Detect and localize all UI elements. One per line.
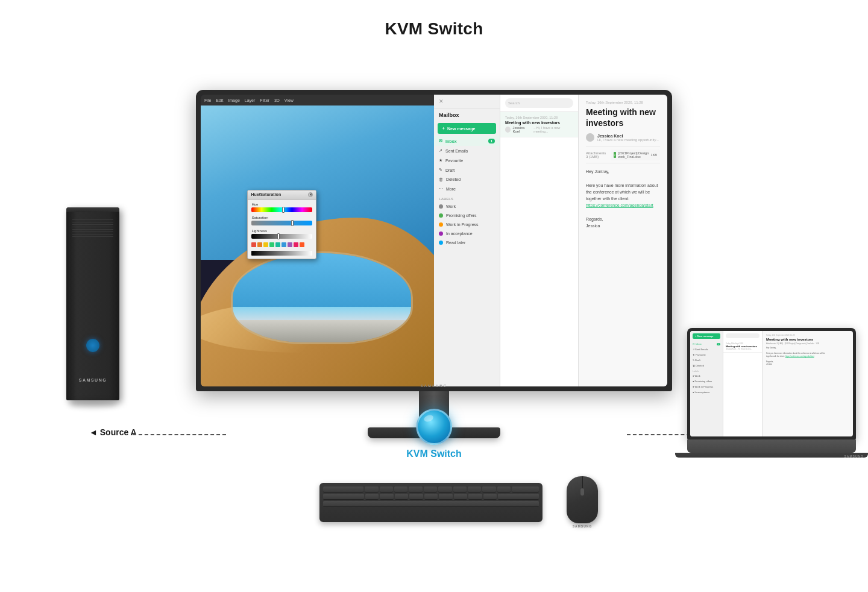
laptop-detail-subject: Meeting with new investors — [766, 338, 849, 341]
ps-menu-file[interactable]: File — [204, 98, 211, 102]
swatch-yellow[interactable] — [263, 242, 268, 247]
keyboard-row-1 — [323, 487, 539, 493]
lightness-thumb[interactable] — [277, 233, 280, 239]
swatch-pink[interactable] — [294, 242, 298, 247]
mouse[interactable] — [567, 476, 598, 523]
sender-name: Jessica Koel — [512, 126, 532, 133]
dialog-close-button[interactable]: ✕ — [308, 192, 313, 197]
search-bar[interactable]: Search — [505, 98, 573, 108]
laptop-label-wip[interactable]: ● Work in Progress — [693, 384, 720, 389]
page-title: KVM Switch — [0, 0, 868, 39]
ps-menu-view[interactable]: View — [285, 98, 294, 102]
laptop-nav-deleted[interactable]: 🗑 Deleted — [693, 363, 720, 368]
laptop-nav-sent[interactable]: ↗ Sent Emails — [693, 347, 720, 352]
laptop-email-sidebar: ＋ New message ✉ Inbox 1 ↗ Sent Emails ★ … — [690, 331, 723, 436]
label-read-later[interactable]: Read later — [434, 238, 500, 247]
hue-thumb[interactable] — [282, 207, 285, 213]
swatch-green[interactable] — [269, 242, 274, 247]
label-promising[interactable]: Promising offers — [434, 211, 500, 220]
laptop-email-item[interactable]: Today 16th Sept 2020 Meeting with new in… — [723, 341, 762, 353]
ps-menu-layer[interactable]: Layer — [245, 98, 256, 102]
sidebar-item-deleted[interactable]: 🗑 Deleted — [434, 175, 500, 184]
sent-label: Sent Emails — [445, 149, 468, 153]
saturation-thumb[interactable] — [291, 220, 294, 226]
sidebar-item-draft[interactable]: ✎ Draft — [434, 165, 500, 175]
attachments-label: Attachments 3 (1MB) — [586, 151, 608, 159]
attachment-file[interactable]: X [2021Project] Design work_Final.xlsx 1… — [611, 150, 660, 160]
email-close-bar: ✕ — [434, 95, 500, 109]
ps-menu-filter[interactable]: Filter — [260, 98, 269, 102]
laptop-new-message-button[interactable]: ＋ New message — [693, 333, 720, 339]
swatch-orange[interactable] — [257, 242, 262, 247]
tower-shadow — [69, 400, 118, 408]
laptop-nav-inbox[interactable]: ✉ Inbox 1 — [693, 341, 720, 347]
laptop-email-sender: Jessica Koel – Hi, I have a new... — [726, 348, 760, 350]
swatch-teal[interactable] — [275, 242, 280, 247]
ps-menu-3d[interactable]: 3D — [274, 98, 280, 102]
kvm-label: KVM Switch — [406, 449, 462, 459]
swatch-red[interactable] — [251, 242, 256, 247]
body-line1: Here you have more information about the… — [586, 182, 660, 195]
laptop-label-acceptance[interactable]: ● In acceptance — [693, 389, 720, 395]
swatch-deep-orange[interactable] — [300, 242, 304, 247]
read-later-dot — [439, 241, 443, 245]
sent-icon: ↗ — [439, 148, 442, 153]
email-list-header: Search — [500, 95, 578, 112]
promising-dot — [439, 213, 443, 218]
ps-menu-image[interactable]: Image — [228, 98, 239, 102]
monitor-bezel: File Edit Image Layer Filter 3D View — [196, 90, 672, 391]
kvm-orb[interactable] — [416, 409, 452, 445]
color-swatches — [251, 242, 312, 256]
key-y — [438, 487, 451, 493]
sidebar-item-favourite[interactable]: ★ Favourite — [434, 156, 500, 165]
wip-label: Work in Progress — [446, 222, 479, 227]
window-horizon — [233, 307, 411, 320]
laptop-label-promising[interactable]: ● Promising offers — [693, 379, 720, 384]
laptop-inbox-badge: 1 — [717, 343, 720, 345]
ps-menu-edit[interactable]: Edit — [216, 98, 223, 102]
draft-icon: ✎ — [439, 168, 442, 172]
new-message-button[interactable]: ＋ New message — [438, 123, 496, 134]
saturation-track[interactable] — [251, 221, 312, 225]
mouse-scroll-wheel — [580, 488, 584, 496]
email-detail-date: Today, 16th September 2020, 11:28 — [586, 101, 660, 104]
email-item-subject: Meeting with new investors — [505, 121, 573, 125]
sidebar-item-sent[interactable]: ↗ Sent Emails — [434, 146, 500, 156]
tower-vents — [72, 219, 113, 239]
lightness-track[interactable] — [251, 234, 312, 239]
label-wip[interactable]: Work in Progress — [434, 220, 500, 229]
window-sky — [233, 253, 411, 307]
wip-dot — [439, 222, 443, 227]
email-list-item[interactable]: Today, 16th September 2020, 11:28 Meetin… — [500, 112, 578, 137]
laptop-nav-draft[interactable]: ✎ Draft — [693, 357, 720, 363]
close-icon[interactable]: ✕ — [439, 98, 444, 104]
label-work[interactable]: Work — [434, 202, 500, 211]
more-label: More — [446, 187, 456, 191]
key-q — [365, 487, 378, 493]
body-link[interactable]: https://conference.com/agenda/start — [586, 203, 653, 207]
laptop-email-detail: Today, 16th September 2020, 11:28 Meetin… — [763, 331, 853, 436]
laptop-nav-fav[interactable]: ★ Favourite — [693, 352, 720, 357]
key-s — [380, 494, 394, 500]
inbox-label: Inbox — [445, 139, 457, 143]
laptop-search-bar[interactable] — [726, 333, 760, 338]
draft-label: Draft — [445, 168, 454, 172]
more-icon: ⋯ — [439, 186, 443, 191]
inbox-badge: 1 — [488, 139, 495, 143]
sidebar-item-more[interactable]: ⋯ More — [434, 184, 500, 194]
hue-track[interactable] — [251, 207, 312, 212]
laptop: ＋ New message ✉ Inbox 1 ↗ Sent Emails ★ … — [672, 328, 868, 458]
hue-saturation-dialog[interactable]: Hue/Saturation ✕ Hue — [247, 190, 316, 259]
keyboard-wrapper — [319, 483, 549, 522]
attachment-size: 1KB — [651, 153, 657, 157]
laptop-label-work[interactable]: ● Work — [693, 373, 720, 379]
laptop-link[interactable]: https://conference.com/agenda/start — [785, 355, 814, 357]
sidebar-item-inbox[interactable]: ✉ Inbox 1 — [434, 136, 500, 146]
tower-power-button[interactable] — [86, 339, 99, 352]
kvm-switch-button[interactable]: KVM Switch — [406, 409, 462, 459]
swatch-purple[interactable] — [288, 242, 292, 247]
label-acceptance[interactable]: In acceptance — [434, 229, 500, 238]
laptop-keyboard — [687, 439, 856, 453]
swatch-blue[interactable] — [281, 242, 286, 247]
mailbox-title: Mailbox — [434, 109, 500, 121]
